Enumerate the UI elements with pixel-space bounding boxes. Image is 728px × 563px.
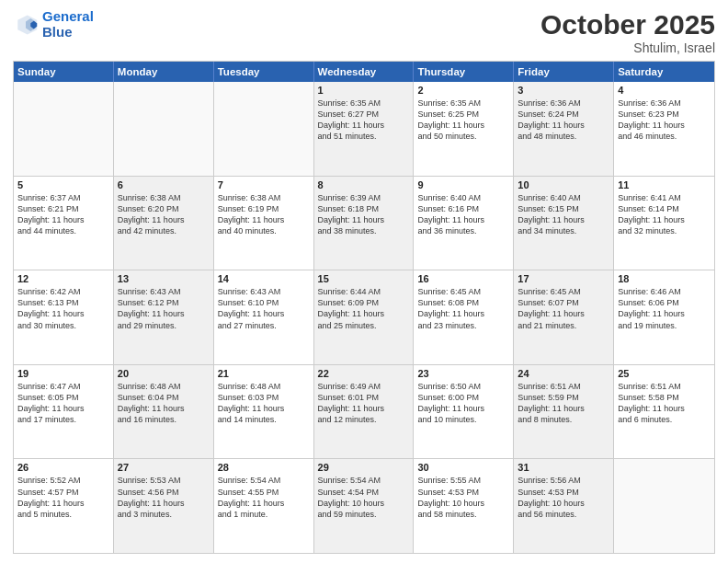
day-number: 19 (17, 368, 109, 379)
logo: General Blue (13, 9, 94, 40)
cal-cell-30: 30Sunrise: 5:55 AM Sunset: 4:53 PM Dayli… (414, 459, 514, 553)
page: General Blue October 2025 Shtulim, Israe… (0, 0, 728, 563)
calendar-body: 1Sunrise: 6:35 AM Sunset: 6:27 PM Daylig… (14, 82, 714, 553)
logo-blue: Blue (42, 24, 73, 40)
cal-cell-19: 19Sunrise: 6:47 AM Sunset: 6:05 PM Dayli… (14, 365, 114, 459)
day-details: Sunrise: 6:51 AM Sunset: 5:59 PM Dayligh… (518, 381, 609, 426)
cal-cell-10: 10Sunrise: 6:40 AM Sunset: 6:15 PM Dayli… (514, 177, 614, 270)
day-number: 10 (518, 179, 609, 190)
calendar-header-row: SundayMondayTuesdayWednesdayThursdayFrid… (14, 62, 714, 82)
location: Shtulim, Israel (540, 40, 715, 55)
cal-cell-12: 12Sunrise: 6:42 AM Sunset: 6:13 PM Dayli… (14, 270, 114, 364)
header: General Blue October 2025 Shtulim, Israe… (13, 9, 715, 55)
header-day-sunday: Sunday (14, 62, 114, 82)
day-number: 24 (518, 368, 609, 379)
cal-cell-7: 7Sunrise: 6:38 AM Sunset: 6:19 PM Daylig… (214, 177, 314, 270)
cal-cell-empty-4-6 (614, 459, 714, 553)
day-details: Sunrise: 6:37 AM Sunset: 6:21 PM Dayligh… (17, 192, 109, 237)
cal-cell-18: 18Sunrise: 6:46 AM Sunset: 6:06 PM Dayli… (614, 270, 714, 364)
cal-cell-25: 25Sunrise: 6:51 AM Sunset: 5:58 PM Dayli… (614, 365, 714, 459)
cal-cell-17: 17Sunrise: 6:45 AM Sunset: 6:07 PM Dayli… (514, 270, 614, 364)
day-details: Sunrise: 5:53 AM Sunset: 4:56 PM Dayligh… (118, 475, 210, 520)
cal-row-0: 1Sunrise: 6:35 AM Sunset: 6:27 PM Daylig… (14, 82, 714, 176)
cal-cell-empty-0-0 (14, 82, 114, 176)
day-details: Sunrise: 5:56 AM Sunset: 4:53 PM Dayligh… (518, 475, 609, 520)
day-details: Sunrise: 5:55 AM Sunset: 4:53 PM Dayligh… (417, 475, 509, 520)
cal-cell-27: 27Sunrise: 5:53 AM Sunset: 4:56 PM Dayli… (114, 459, 214, 553)
day-number: 17 (518, 273, 609, 284)
cal-cell-8: 8Sunrise: 6:39 AM Sunset: 6:18 PM Daylig… (314, 177, 415, 270)
cal-cell-31: 31Sunrise: 5:56 AM Sunset: 4:53 PM Dayli… (514, 459, 614, 553)
day-number: 28 (218, 462, 310, 473)
header-day-tuesday: Tuesday (214, 62, 314, 82)
day-details: Sunrise: 6:38 AM Sunset: 6:19 PM Dayligh… (218, 192, 310, 237)
cal-cell-24: 24Sunrise: 6:51 AM Sunset: 5:59 PM Dayli… (514, 365, 614, 459)
cal-row-1: 5Sunrise: 6:37 AM Sunset: 6:21 PM Daylig… (14, 176, 714, 270)
month-title: October 2025 (540, 9, 715, 40)
cal-cell-1: 1Sunrise: 6:35 AM Sunset: 6:27 PM Daylig… (314, 82, 415, 176)
day-details: Sunrise: 6:36 AM Sunset: 6:23 PM Dayligh… (618, 98, 711, 143)
cal-cell-2: 2Sunrise: 6:35 AM Sunset: 6:25 PM Daylig… (414, 82, 514, 176)
day-number: 22 (318, 368, 410, 379)
day-number: 23 (417, 368, 509, 379)
day-number: 6 (118, 179, 210, 190)
cal-row-2: 12Sunrise: 6:42 AM Sunset: 6:13 PM Dayli… (14, 270, 714, 364)
cal-cell-23: 23Sunrise: 6:50 AM Sunset: 6:00 PM Dayli… (414, 365, 514, 459)
cal-cell-22: 22Sunrise: 6:49 AM Sunset: 6:01 PM Dayli… (314, 365, 415, 459)
header-day-monday: Monday (114, 62, 214, 82)
day-details: Sunrise: 6:38 AM Sunset: 6:20 PM Dayligh… (118, 192, 210, 237)
logo-general: General (42, 8, 94, 24)
day-details: Sunrise: 6:45 AM Sunset: 6:07 PM Dayligh… (518, 286, 609, 331)
day-number: 14 (218, 273, 310, 284)
day-number: 29 (318, 462, 410, 473)
day-details: Sunrise: 6:47 AM Sunset: 6:05 PM Dayligh… (17, 381, 109, 426)
day-number: 11 (618, 179, 711, 190)
cal-cell-29: 29Sunrise: 5:54 AM Sunset: 4:54 PM Dayli… (314, 459, 415, 553)
day-details: Sunrise: 6:51 AM Sunset: 5:58 PM Dayligh… (618, 381, 711, 426)
day-number: 7 (218, 179, 310, 190)
day-number: 16 (417, 273, 509, 284)
day-details: Sunrise: 6:42 AM Sunset: 6:13 PM Dayligh… (17, 286, 109, 331)
day-number: 20 (118, 368, 210, 379)
cal-cell-13: 13Sunrise: 6:43 AM Sunset: 6:12 PM Dayli… (114, 270, 214, 364)
day-details: Sunrise: 6:40 AM Sunset: 6:15 PM Dayligh… (518, 192, 609, 237)
day-details: Sunrise: 6:44 AM Sunset: 6:09 PM Dayligh… (318, 286, 410, 331)
logo-icon (13, 12, 39, 38)
day-details: Sunrise: 6:39 AM Sunset: 6:18 PM Dayligh… (318, 192, 410, 237)
day-number: 18 (618, 273, 711, 284)
header-day-wednesday: Wednesday (314, 62, 415, 82)
day-number: 13 (118, 273, 210, 284)
day-details: Sunrise: 6:48 AM Sunset: 6:04 PM Dayligh… (118, 381, 210, 426)
cal-cell-26: 26Sunrise: 5:52 AM Sunset: 4:57 PM Dayli… (14, 459, 114, 553)
header-day-friday: Friday (514, 62, 614, 82)
day-details: Sunrise: 6:49 AM Sunset: 6:01 PM Dayligh… (318, 381, 410, 426)
header-day-thursday: Thursday (414, 62, 514, 82)
day-details: Sunrise: 5:54 AM Sunset: 4:54 PM Dayligh… (318, 475, 410, 520)
day-details: Sunrise: 6:43 AM Sunset: 6:10 PM Dayligh… (218, 286, 310, 331)
day-number: 5 (17, 179, 109, 190)
day-number: 27 (118, 462, 210, 473)
day-details: Sunrise: 6:35 AM Sunset: 6:25 PM Dayligh… (417, 98, 509, 143)
day-number: 15 (318, 273, 410, 284)
day-details: Sunrise: 6:43 AM Sunset: 6:12 PM Dayligh… (118, 286, 210, 331)
logo-text: General Blue (42, 9, 94, 40)
day-number: 25 (618, 368, 711, 379)
day-number: 31 (518, 462, 609, 473)
day-number: 2 (417, 85, 509, 96)
day-number: 12 (17, 273, 109, 284)
cal-cell-3: 3Sunrise: 6:36 AM Sunset: 6:24 PM Daylig… (514, 82, 614, 176)
cal-row-3: 19Sunrise: 6:47 AM Sunset: 6:05 PM Dayli… (14, 364, 714, 459)
day-number: 3 (518, 85, 609, 96)
day-number: 26 (17, 462, 109, 473)
day-details: Sunrise: 6:46 AM Sunset: 6:06 PM Dayligh… (618, 286, 711, 331)
cal-cell-11: 11Sunrise: 6:41 AM Sunset: 6:14 PM Dayli… (614, 177, 714, 270)
cal-cell-empty-0-2 (214, 82, 314, 176)
title-area: October 2025 Shtulim, Israel (540, 9, 715, 55)
day-number: 9 (417, 179, 509, 190)
header-day-saturday: Saturday (614, 62, 714, 82)
day-number: 1 (318, 85, 410, 96)
day-details: Sunrise: 6:35 AM Sunset: 6:27 PM Dayligh… (318, 98, 410, 143)
day-details: Sunrise: 6:45 AM Sunset: 6:08 PM Dayligh… (417, 286, 509, 331)
cal-cell-4: 4Sunrise: 6:36 AM Sunset: 6:23 PM Daylig… (614, 82, 714, 176)
day-details: Sunrise: 6:48 AM Sunset: 6:03 PM Dayligh… (218, 381, 310, 426)
